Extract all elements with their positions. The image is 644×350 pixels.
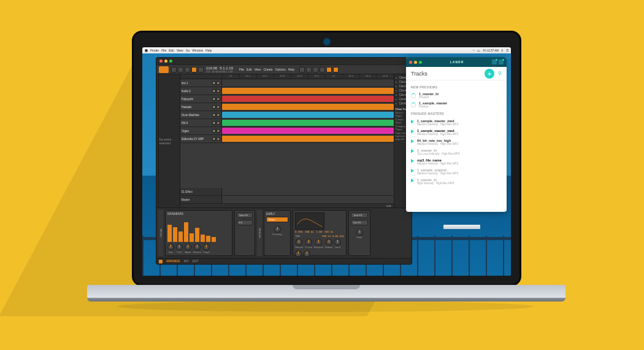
mute-button[interactable]: M — [217, 105, 220, 109]
menu-item[interactable]: View — [255, 68, 261, 71]
highx-knob[interactable] — [295, 251, 302, 257]
attack-knob[interactable] — [185, 244, 191, 251]
master-row[interactable]: mp3_file_name Medium Intensity · High-Re… — [411, 157, 502, 166]
record-button[interactable] — [185, 67, 190, 72]
drawbar[interactable] — [178, 231, 183, 242]
track-row[interactable]: Drum Machine SM — [180, 111, 394, 119]
solo-button[interactable]: S — [212, 121, 216, 125]
audio-clip[interactable] — [222, 120, 394, 126]
track-header[interactable]: Inst 1 SM — [180, 79, 222, 87]
notifications-icon[interactable] — [492, 60, 497, 64]
close-icon[interactable] — [159, 60, 163, 63]
account-icon[interactable] — [499, 60, 504, 64]
play-icon[interactable] — [411, 139, 414, 143]
drawbars[interactable] — [167, 217, 230, 242]
play-icon[interactable] — [411, 179, 414, 182]
track-row[interactable]: Inst 1 SM — [180, 79, 394, 87]
rtime-knob[interactable] — [305, 239, 312, 246]
search-icon[interactable]: ⚲ — [498, 71, 502, 76]
track-row[interactable]: Polysynth SM — [180, 95, 394, 103]
device-chain-tab[interactable]: ORGAN — [158, 210, 163, 256]
solo-button[interactable]: S — [212, 129, 216, 133]
menu-item[interactable]: File — [239, 68, 244, 71]
drawbar[interactable] — [173, 227, 177, 242]
mute-button[interactable]: M — [217, 137, 220, 141]
drawbar[interactable] — [212, 237, 216, 242]
menubar-item[interactable]: File — [161, 49, 166, 52]
preview-row[interactable]: 1_master_hi Preview — [411, 91, 502, 100]
release-knob[interactable] — [194, 244, 201, 251]
track-lane[interactable] — [222, 103, 394, 111]
menubar-item[interactable]: Window — [192, 49, 203, 52]
solo-button[interactable]: S — [212, 137, 216, 141]
mute-button[interactable]: M — [217, 113, 220, 117]
track-lane[interactable] — [222, 79, 394, 87]
audio-clip[interactable] — [222, 128, 394, 134]
loop-button[interactable] — [191, 67, 197, 72]
play-icon[interactable] — [411, 130, 414, 133]
tracks-area[interactable]: Inst 1 SM Audio 2 SM Polysynth SM Padsta… — [180, 79, 394, 188]
fx-button[interactable]: FX — [237, 220, 253, 225]
drawbar[interactable] — [195, 228, 199, 242]
wifi-icon[interactable]: ⌔ — [473, 49, 475, 52]
width-knob[interactable] — [356, 229, 363, 236]
tab-mix[interactable]: MIX — [184, 260, 189, 263]
menu-item[interactable]: Help — [288, 68, 294, 71]
close-icon[interactable] — [409, 61, 412, 64]
tool-erase[interactable] — [313, 67, 318, 72]
track-lane[interactable] — [222, 87, 394, 95]
solo-button[interactable]: S — [212, 81, 216, 85]
track-row[interactable]: Audio 2 SM — [180, 87, 394, 95]
menu-item[interactable]: Edit — [247, 68, 252, 71]
metronome-button[interactable] — [198, 67, 204, 72]
track-row[interactable]: Organ SM — [180, 127, 394, 135]
track-header[interactable]: FM-4 SM — [180, 119, 222, 126]
track-row[interactable]: FM-4 SM — [180, 119, 394, 127]
mute-button[interactable]: M — [217, 81, 220, 85]
app-logo-icon[interactable] — [159, 66, 169, 73]
menu-item[interactable]: Create — [263, 68, 272, 71]
battery-icon[interactable]: ▭ — [477, 49, 480, 52]
fx-track-row[interactable]: S1 Effect — [180, 188, 394, 196]
master-row[interactable]: 1_sample_original Medium Intensity · Hig… — [411, 166, 502, 176]
track-lane[interactable] — [222, 119, 394, 126]
preview-row[interactable]: 1_sample_master Preview — [411, 100, 502, 109]
play-icon[interactable] — [411, 169, 414, 173]
track-header[interactable]: Sidbrotha XY ARP SM — [180, 135, 222, 142]
pitch-knob[interactable] — [176, 244, 183, 251]
track-row[interactable]: Padstab SM — [180, 103, 394, 111]
drawbar[interactable] — [206, 236, 210, 242]
time-signature[interactable]: 4/4 — [207, 70, 210, 73]
audio-clip[interactable] — [222, 112, 394, 118]
mute-button[interactable]: M — [217, 97, 220, 101]
audio-clip[interactable] — [222, 136, 394, 142]
solo-button[interactable]: S — [212, 89, 216, 93]
tool-zoom[interactable] — [333, 67, 339, 72]
add-track-button[interactable]: + — [485, 69, 494, 79]
maximize-icon[interactable] — [419, 61, 422, 64]
transport-display[interactable]: 110.00 5.1.1.15 4/4 00:00:03:00.1.1.00 — [206, 66, 233, 73]
track-lane[interactable] — [222, 135, 394, 142]
out-fx-button[interactable]: Out FX — [351, 220, 368, 225]
menu-icon[interactable]: ☰ — [506, 49, 508, 52]
mute-button[interactable]: M — [217, 121, 220, 125]
output-knob[interactable] — [203, 244, 210, 251]
reverb-tab[interactable]: REVERB — [257, 210, 262, 256]
track-header[interactable]: Drum Machine SM — [180, 111, 222, 119]
track-row[interactable]: Sidbrotha XY ARP SM — [180, 135, 394, 143]
menubar-item[interactable]: Help — [205, 49, 212, 52]
mute-button[interactable]: M — [217, 129, 220, 133]
solo-button[interactable]: S — [212, 97, 216, 101]
menu-item[interactable]: Options — [275, 68, 286, 71]
solo-button[interactable]: S — [212, 113, 216, 117]
maximize-icon[interactable] — [169, 60, 172, 63]
play-icon[interactable] — [411, 120, 414, 123]
page-indicator[interactable]: 1/18 — [386, 204, 391, 208]
clock[interactable]: Fri 11:57 AM — [483, 49, 499, 52]
buildup-knob[interactable] — [326, 239, 332, 246]
track-lane[interactable] — [222, 127, 394, 134]
master-row[interactable]: 2_master_hi Too Loud Intensity · High-Re… — [411, 147, 502, 157]
play-icon[interactable] — [411, 159, 414, 163]
drawbar[interactable] — [201, 235, 205, 242]
apple-icon[interactable] — [145, 49, 148, 52]
